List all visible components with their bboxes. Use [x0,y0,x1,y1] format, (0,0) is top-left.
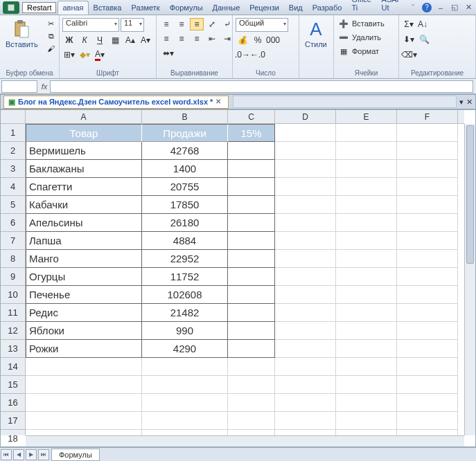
close-icon[interactable]: ✕ [464,3,473,12]
increase-decimal-button[interactable]: .0→ [236,48,249,61]
tab-formulas[interactable]: Формулы [165,1,208,15]
cell[interactable] [228,196,275,214]
cell[interactable] [397,412,458,430]
border-button[interactable]: ▦ [108,34,122,46]
cell[interactable] [397,376,458,394]
styles-button[interactable]: A Стили [302,18,330,50]
cell[interactable] [228,160,275,178]
cell[interactable]: 990 [142,322,228,340]
cell[interactable] [142,394,228,412]
cell[interactable] [397,160,458,178]
format-cells-button[interactable]: ▦Формат [337,46,380,57]
fill-button[interactable]: ⬇▾ [402,33,416,46]
sheet-tab[interactable]: Формулы [51,449,100,461]
tab-menu-icon[interactable]: ▾ [459,98,464,107]
cell[interactable] [336,376,397,394]
tab-home[interactable]: авная [58,1,88,15]
copy-icon[interactable]: ⧉ [45,30,58,42]
decrease-decimal-button[interactable]: ←.0 [251,48,265,61]
wrap-text-button[interactable]: ⤶ [220,18,234,30]
cell[interactable] [228,178,275,196]
cell[interactable]: 26180 [142,214,228,232]
font-size-combo[interactable]: 11▾ [121,18,144,32]
cell[interactable] [336,250,397,268]
row-header[interactable]: 8 [1,250,25,268]
increase-indent-button[interactable]: ⇥ [220,33,234,45]
cell[interactable] [275,412,336,430]
align-middle-button[interactable]: ≡ [175,18,188,30]
cut-icon[interactable]: ✂ [45,18,58,29]
cells-area[interactable]: ТоварПродажи15%Вермишель42768Баклажаны14… [26,124,464,435]
cell[interactable] [397,304,458,322]
cell[interactable] [336,124,397,142]
cell[interactable]: 20755 [142,178,228,196]
sheet-nav-prev-icon[interactable]: ◀ [13,449,24,460]
tab-office[interactable]: Office Ti [346,0,376,15]
paste-button[interactable]: Вставить [3,18,41,50]
underline-button[interactable]: Ч [93,34,107,46]
vertical-scrollbar[interactable] [464,124,475,435]
align-center-button[interactable]: ≡ [175,33,188,45]
cell[interactable] [275,160,336,178]
cell[interactable]: Рожки [26,340,142,358]
format-painter-icon[interactable]: 🖌 [45,43,58,54]
scrollbar-thumb[interactable] [466,125,474,264]
sheet-nav-first-icon[interactable]: ⏮ [1,449,12,460]
tab-review[interactable]: Рецензи [245,1,284,15]
select-all-corner[interactable] [1,110,26,124]
cell[interactable] [228,322,275,340]
cell[interactable] [228,358,275,376]
file-button[interactable] [3,1,19,14]
cell[interactable] [275,394,336,412]
workbook-tab[interactable]: ▣ Блог на Яндекс.Дзен Самоучитель excel … [3,96,229,109]
minimize-ribbon-icon[interactable]: ˇ [408,3,418,12]
row-header[interactable]: 9 [1,268,25,286]
tab-insert[interactable]: Вставка [89,1,127,15]
row-header[interactable]: 7 [1,232,25,250]
cell[interactable] [228,268,275,286]
cell[interactable]: 42768 [142,142,228,160]
restart-button[interactable]: Restart [22,2,56,13]
cell[interactable] [228,214,275,232]
align-top-button[interactable]: ≡ [159,18,173,30]
border-dropdown[interactable]: ⊞▾ [62,48,76,61]
clear-button[interactable]: ⌫▾ [402,48,416,61]
cell[interactable] [275,268,336,286]
cell[interactable] [336,268,397,286]
delete-cells-button[interactable]: ➖Удалить [337,32,382,43]
cell[interactable]: Товар [26,124,142,142]
cell[interactable]: Продажи [142,124,228,142]
cell[interactable] [397,340,458,358]
cell[interactable] [397,214,458,232]
cell[interactable] [275,214,336,232]
column-header[interactable]: A [26,110,142,123]
cell[interactable]: Апельсины [26,214,142,232]
cell[interactable]: 4884 [142,232,228,250]
grow-font-button[interactable]: A▴ [123,34,137,46]
cell[interactable] [397,142,458,160]
cell[interactable] [228,340,275,358]
shrink-font-button[interactable]: A▾ [139,34,152,46]
cell[interactable] [397,250,458,268]
cell[interactable] [275,178,336,196]
row-header[interactable]: 6 [1,214,25,232]
cell[interactable]: Печенье [26,286,142,304]
cell[interactable]: Спагетти [26,178,142,196]
cell[interactable]: 21482 [142,304,228,322]
tab-asap[interactable]: ASAP Ut [377,0,408,15]
cell[interactable] [228,286,275,304]
row-header[interactable]: 12 [1,322,25,340]
find-button[interactable]: 🔍 [417,33,431,46]
cell[interactable] [397,268,458,286]
row-header[interactable]: 10 [1,286,25,304]
fill-color-button[interactable]: ◆▾ [78,48,91,61]
align-left-button[interactable]: ≡ [159,33,173,45]
currency-button[interactable]: 💰 [236,34,249,46]
cell[interactable]: 1400 [142,160,228,178]
tab-view[interactable]: Вид [284,1,308,15]
row-header[interactable]: 15 [1,376,25,394]
cell[interactable]: Кабачки [26,196,142,214]
row-header[interactable]: 13 [1,340,25,358]
cell[interactable] [228,376,275,394]
cell[interactable] [275,358,336,376]
